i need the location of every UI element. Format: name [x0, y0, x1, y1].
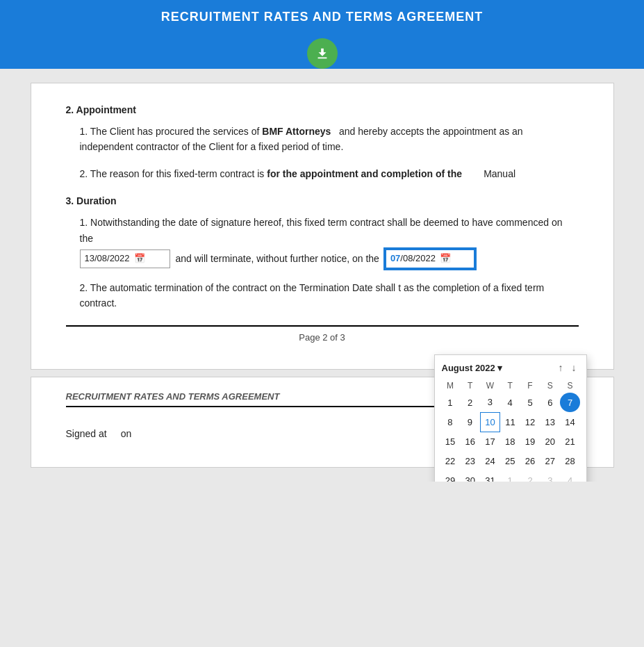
- calendar-day[interactable]: 21: [560, 432, 580, 451]
- calendar-day[interactable]: 31: [480, 470, 500, 482]
- item-3-2-text-before: The automatic termination of the contrac…: [90, 282, 395, 293]
- item-2-2-bold: for the appointment and completion of th…: [267, 168, 462, 179]
- calendar-week-3: 15161718192021: [440, 432, 581, 451]
- section-3-item-1: 1. Notwithstanding the date of signature…: [80, 215, 579, 269]
- section-2-item-2: 2. The reason for this fixed-term contra…: [80, 166, 579, 181]
- day-header-w: W: [480, 379, 500, 393]
- item-3-1-number: 1.: [80, 217, 91, 228]
- item-2-2-text-before: The reason for this fixed-term contract …: [90, 168, 267, 179]
- calendar-day[interactable]: 29: [440, 470, 461, 482]
- calendar-icon-end: 📅: [440, 252, 451, 266]
- on-label: on: [121, 428, 132, 439]
- calendar-day[interactable]: 12: [520, 412, 540, 432]
- section-3: 3. Duration 1. Notwithstanding the date …: [66, 195, 579, 311]
- section-2-label: Appointment: [76, 104, 136, 115]
- calendar-day[interactable]: 9: [460, 412, 480, 432]
- end-date-input[interactable]: 07 /08/2022 📅: [385, 249, 475, 269]
- calendar-day[interactable]: 13: [540, 412, 560, 432]
- end-date-rest: /08/2022: [400, 252, 436, 266]
- item-2-1-bold: BMF Attorneys: [262, 126, 331, 137]
- calendar-day[interactable]: 25: [500, 451, 520, 470]
- item-3-1-text-before: Notwithstanding the date of signature he…: [80, 217, 563, 243]
- calendar-icon-start: 📅: [134, 252, 145, 266]
- calendar-header: August 2022 ▾ ↑ ↓: [440, 361, 581, 375]
- calendar-day: 2: [520, 470, 540, 482]
- calendar-day[interactable]: 17: [480, 432, 500, 451]
- calendar-month-label[interactable]: August 2022 ▾: [442, 363, 503, 373]
- calendar-day[interactable]: 28: [560, 451, 580, 470]
- calendar-day[interactable]: 30: [460, 470, 480, 482]
- calendar-day[interactable]: 26: [520, 451, 540, 470]
- calendar-grid: M T W T F S S 12345678910111213141516171…: [440, 379, 581, 482]
- calendar-day[interactable]: 24: [480, 451, 500, 470]
- calendar-day[interactable]: 22: [440, 451, 461, 470]
- day-header-s2: S: [560, 379, 580, 393]
- calendar-day[interactable]: 27: [540, 451, 560, 470]
- section-2-number: 2.: [66, 104, 76, 115]
- calendar-day[interactable]: 10: [480, 412, 500, 432]
- start-date-value: 13/08/2022: [85, 252, 130, 266]
- calendar-day[interactable]: 19: [520, 432, 540, 451]
- day-header-f: F: [520, 379, 540, 393]
- item-2-1-number: 1.: [80, 126, 90, 137]
- calendar-week-1: 1234567: [440, 393, 581, 412]
- document-page-2: 2. Appointment 1. The Client has procure…: [31, 83, 614, 370]
- section-3-heading: 3. Duration: [66, 195, 579, 206]
- start-date-input[interactable]: 13/08/2022 📅: [80, 249, 170, 268]
- calendar-week-5: 2930311234: [440, 470, 581, 482]
- calendar-day[interactable]: 18: [500, 432, 520, 451]
- download-button[interactable]: [307, 38, 338, 69]
- and-will-text: and will terminate, without further noti…: [176, 251, 379, 266]
- section-3-label: Duration: [76, 195, 117, 206]
- calendar-body: 1234567891011121314151617181920212223242…: [440, 393, 581, 482]
- download-icon: [315, 46, 330, 61]
- page-header: RECRUITMENT RATES AND TERMS AGREEMENT: [0, 0, 644, 69]
- calendar-day: 3: [540, 470, 560, 482]
- end-date-day: 07: [390, 252, 400, 266]
- calendar-day-headers: M T W T F S S: [440, 379, 581, 393]
- day-header-t1: T: [460, 379, 480, 393]
- page-2-footer: Page 2 of 3: [66, 325, 579, 343]
- calendar-day[interactable]: 11: [500, 412, 520, 432]
- day-header-s1: S: [540, 379, 560, 393]
- item-3-2-number: 2.: [80, 282, 90, 293]
- calendar-next-button[interactable]: ↓: [569, 361, 579, 375]
- calendar-day[interactable]: 14: [560, 412, 580, 432]
- calendar-day: 1: [500, 470, 520, 482]
- calendar-prev-button[interactable]: ↑: [556, 361, 566, 375]
- item-2-2-number: 2.: [80, 168, 90, 179]
- calendar-nav: ↑ ↓: [556, 361, 579, 375]
- calendar-day[interactable]: 7: [560, 393, 580, 412]
- section-2-heading: 2. Appointment: [66, 104, 579, 115]
- page-container: 2. Appointment 1. The Client has procure…: [31, 69, 614, 482]
- calendar-day[interactable]: 8: [440, 412, 461, 432]
- calendar-day[interactable]: 5: [520, 393, 540, 412]
- section-2-list: 1. The Client has procured the services …: [66, 124, 579, 181]
- section-3-item-2: 2. The automatic termination of the cont…: [80, 280, 579, 311]
- calendar-day[interactable]: 4: [500, 393, 520, 412]
- calendar-week-4: 22232425262728: [440, 451, 581, 470]
- item-2-2-text-after: Manual: [465, 168, 515, 179]
- day-header-m: M: [440, 379, 461, 393]
- section-3-number: 3.: [66, 195, 77, 206]
- calendar-day: 4: [560, 470, 580, 482]
- calendar-day[interactable]: 20: [540, 432, 560, 451]
- section-2-item-1: 1. The Client has procured the services …: [80, 124, 579, 155]
- calendar-day[interactable]: 6: [540, 393, 560, 412]
- signed-at-label: Signed at: [66, 428, 107, 439]
- item-2-1-text-before: The Client has procured the services of: [90, 126, 262, 137]
- document-title: RECRUITMENT RATES AND TERMS AGREEMENT: [0, 10, 644, 31]
- item-2-1-text-after: and hereby accepts the: [333, 126, 440, 137]
- section-2: 2. Appointment 1. The Client has procure…: [66, 104, 579, 181]
- calendar-day[interactable]: 1: [440, 393, 461, 412]
- calendar-day[interactable]: 15: [440, 432, 461, 451]
- calendar-popup: August 2022 ▾ ↑ ↓ M T W T F S S: [434, 354, 587, 482]
- calendar-day[interactable]: 3: [480, 393, 500, 412]
- day-header-t2: T: [500, 379, 520, 393]
- section-3-list: 1. Notwithstanding the date of signature…: [66, 215, 579, 311]
- calendar-day[interactable]: 23: [460, 451, 480, 470]
- page-number: Page 2 of 3: [299, 332, 345, 343]
- calendar-day[interactable]: 2: [460, 393, 480, 412]
- date-row: 13/08/2022 📅 and will terminate, without…: [80, 249, 579, 269]
- calendar-day[interactable]: 16: [460, 432, 480, 451]
